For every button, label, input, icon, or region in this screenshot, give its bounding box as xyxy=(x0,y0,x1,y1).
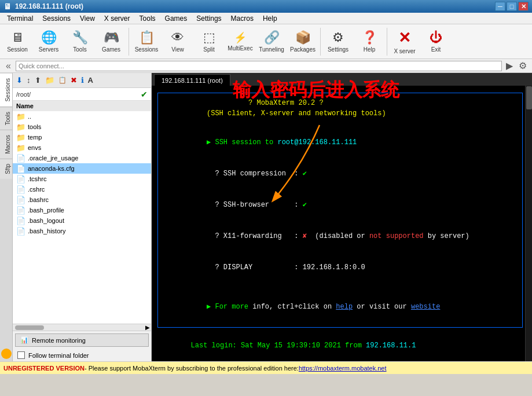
toolbar-tools[interactable]: 🔧 Tools xyxy=(65,27,95,57)
fp-info[interactable]: ℹ xyxy=(80,75,85,86)
sidebar-tools[interactable]: Tools xyxy=(0,107,12,130)
toolbar-multiexec[interactable]: ⚡ MultiExec xyxy=(225,27,255,57)
file-item-envs[interactable]: 📁 envs xyxy=(13,142,151,153)
fp-delete[interactable]: ✖ xyxy=(69,75,78,86)
help-icon: ❓ xyxy=(362,30,377,45)
file-icon: 📄 xyxy=(16,217,25,225)
toolbar-session[interactable]: 🖥 Session xyxy=(2,27,32,57)
toolbar-servers[interactable]: 🌐 Servers xyxy=(34,27,64,57)
menu-games[interactable]: Games xyxy=(160,13,192,24)
menu-tools[interactable]: Tools xyxy=(135,13,160,24)
toolbar-split[interactable]: ⬚ Split xyxy=(194,27,224,57)
maximize-button[interactable]: □ xyxy=(507,2,517,11)
file-panel-bottom: 📊 Remote monitoring Follow terminal fold… xyxy=(13,331,151,361)
file-icon: 📄 xyxy=(16,206,25,215)
file-item-bashrc[interactable]: 📄 .bashrc xyxy=(13,195,151,205)
file-item-oracle[interactable]: 📄 .oracle_jre_usage xyxy=(13,153,151,163)
menu-view[interactable]: View xyxy=(75,13,100,24)
help-label: Help xyxy=(364,46,376,53)
sessions-icon: 📋 xyxy=(139,30,155,45)
app-icon: 🖥 xyxy=(3,2,12,11)
menu-settings[interactable]: Settings xyxy=(192,13,226,24)
toolbar-help[interactable]: ❓ Help xyxy=(354,27,384,57)
file-name-tools: tools xyxy=(28,123,148,130)
menu-xserver[interactable]: X server xyxy=(100,13,135,24)
x11-line: ? X11-forwarding : ✘ (disabled or not su… xyxy=(165,221,515,252)
menu-macros[interactable]: Macros xyxy=(226,13,258,24)
toolbar-exit[interactable]: ⏻ Exit xyxy=(421,27,451,57)
toolbar-view[interactable]: 👁 View xyxy=(163,27,193,57)
fp-sort[interactable]: ↕ xyxy=(25,75,32,86)
quick-connect-input[interactable] xyxy=(16,61,502,71)
follow-terminal-checkbox[interactable]: Follow terminal folder xyxy=(13,349,151,361)
help-link[interactable]: help xyxy=(336,303,353,311)
fp-download[interactable]: ⬇ xyxy=(15,75,24,86)
nav-back[interactable]: « xyxy=(3,60,13,72)
toolbar-settings[interactable]: ⚙ Settings xyxy=(323,27,353,57)
fp-up[interactable]: ⬆ xyxy=(34,75,42,86)
toolbar-packages[interactable]: 📦 Packages xyxy=(288,27,318,57)
menu-help[interactable]: Help xyxy=(258,13,282,24)
games-icon: 🎮 xyxy=(104,30,119,45)
tools-label: Tools xyxy=(73,46,86,53)
file-item-parent[interactable]: 📁 .. xyxy=(13,111,151,122)
file-item-bash-history[interactable]: 📄 .bash_history xyxy=(13,226,151,236)
fp-new-folder[interactable]: 📁 xyxy=(44,75,56,86)
exit-label: Exit xyxy=(431,46,441,53)
remote-monitoring-button[interactable]: 📊 Remote monitoring xyxy=(15,333,149,347)
fp-text[interactable]: A xyxy=(87,75,94,86)
split-icon: ⬚ xyxy=(203,30,215,45)
toolbar-sessions[interactable]: 📋 Sessions xyxy=(131,27,162,57)
status-link[interactable]: https://mobaxterm.mobatek.net xyxy=(299,365,387,372)
file-icon: 📄 xyxy=(16,227,25,236)
view-label: View xyxy=(171,46,184,53)
terminal-tab-main[interactable]: 192.168.11.111 (root) xyxy=(154,74,230,86)
follow-terminal-label: Follow terminal folder xyxy=(28,352,89,359)
file-item-tcshrc[interactable]: 📄 .tcshrc xyxy=(13,174,151,184)
quick-connect-go[interactable]: ▶ xyxy=(504,60,515,71)
multiexec-icon: ⚡ xyxy=(234,31,247,44)
folder-icon: 📁 xyxy=(16,133,25,142)
sidebar-sftp[interactable]: Sftp xyxy=(0,159,12,179)
file-list-header: Name xyxy=(13,101,151,111)
toolbar-tunneling[interactable]: 🔗 Tunneling xyxy=(256,27,287,57)
hscroll-right[interactable]: ▶ xyxy=(145,324,150,331)
terminal-scrollbar[interactable] xyxy=(525,86,532,361)
toolbar-sep2 xyxy=(320,28,321,56)
minimize-button[interactable]: ─ xyxy=(495,2,505,11)
session-icon: 🖥 xyxy=(11,30,24,45)
menu-sessions[interactable]: Sessions xyxy=(38,13,75,24)
scroll-thumb[interactable] xyxy=(526,86,532,109)
file-item-cshrc[interactable]: 📄 .cshrc xyxy=(13,184,151,195)
file-name-anaconda: anaconda-ks.cfg xyxy=(28,165,148,172)
title-bar: 🖥 192.168.11.111 (root) ─ □ ✕ xyxy=(0,0,532,13)
file-item-bash-profile[interactable]: 📄 .bash_profile xyxy=(13,205,151,215)
website-link[interactable]: website xyxy=(411,303,440,311)
sidebar-macros[interactable]: Macros xyxy=(0,130,12,159)
terminal-content[interactable]: ? MobaXterm 20.2 ? (SSH client, X-server… xyxy=(152,86,532,361)
toolbar-games[interactable]: 🎮 Games xyxy=(96,27,126,57)
menu-bar: Terminal Sessions View X server Tools Ga… xyxy=(0,13,532,24)
sidebar-sessions[interactable]: Sessions xyxy=(0,73,12,107)
fp-copy[interactable]: 📋 xyxy=(57,75,68,85)
hscroll-thumb[interactable] xyxy=(15,325,44,330)
file-name-bash-profile: .bash_profile xyxy=(28,207,148,214)
info-line1: ? MobaXterm 20.2 ? xyxy=(165,98,515,108)
file-item-temp[interactable]: 📁 temp xyxy=(13,132,151,142)
quick-connect-settings[interactable]: ⚙ xyxy=(517,60,529,71)
file-panel-hscroll[interactable]: ▶ xyxy=(13,324,151,331)
file-item-bash-logout[interactable]: 📄 .bash_logout xyxy=(13,215,151,226)
tunneling-icon: 🔗 xyxy=(264,30,280,45)
terminal-area: 192.168.11.111 (root) 输入密码后进入系统 ? MobaXt xyxy=(152,73,532,361)
checkbox-box[interactable] xyxy=(17,351,25,359)
file-item-tools[interactable]: 📁 tools xyxy=(13,122,151,132)
file-name-tcshrc: .tcshrc xyxy=(28,175,148,182)
sessions-label: Sessions xyxy=(135,46,159,53)
toolbar-xserver[interactable]: ✕ X server xyxy=(390,27,420,57)
file-icon: 📄 xyxy=(16,164,25,173)
file-item-anaconda[interactable]: 📄 anaconda-ks.cfg xyxy=(13,163,151,174)
close-button[interactable]: ✕ xyxy=(518,2,529,11)
menu-terminal[interactable]: Terminal xyxy=(2,13,38,24)
games-label: Games xyxy=(102,46,120,53)
file-name-bash-history: .bash_history xyxy=(28,228,148,234)
